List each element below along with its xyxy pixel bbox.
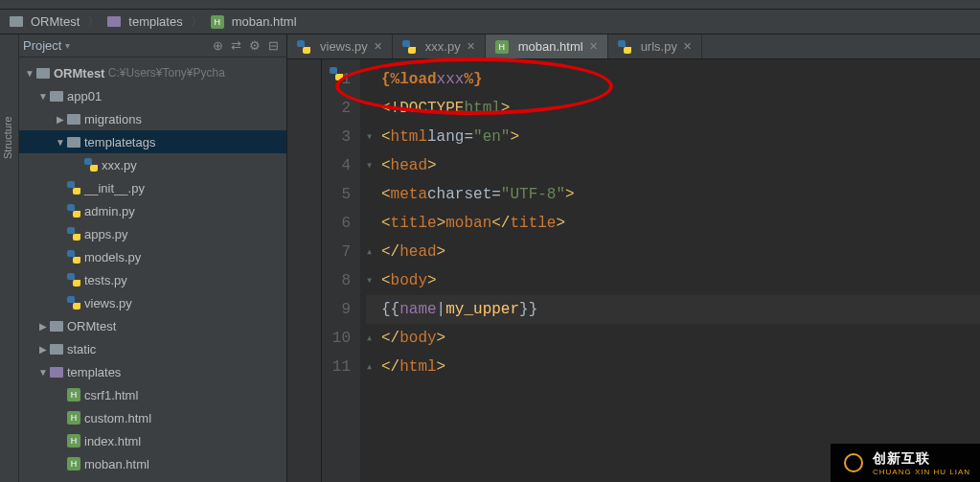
tree-item[interactable]: models.py bbox=[19, 245, 286, 268]
py-icon bbox=[67, 227, 80, 241]
code-line[interactable]: <!DOCTYPE html> bbox=[366, 94, 980, 123]
close-icon[interactable]: ✕ bbox=[374, 40, 382, 53]
rail-structure[interactable]: Structure bbox=[2, 116, 13, 159]
editor-tab[interactable]: moban.html✕ bbox=[486, 34, 608, 58]
html-icon bbox=[67, 457, 80, 471]
tree-label: __init__.py bbox=[84, 181, 145, 195]
token: < bbox=[381, 209, 391, 238]
dir-icon bbox=[50, 91, 63, 102]
code-line[interactable]: ▴</body> bbox=[366, 324, 980, 353]
tree-item[interactable]: admin.py bbox=[19, 199, 286, 222]
html-icon bbox=[67, 388, 80, 402]
fold-icon[interactable]: ▴ bbox=[366, 353, 377, 381]
tree-item[interactable]: tests.py bbox=[19, 268, 286, 291]
tree-item[interactable]: ▶migrations bbox=[19, 107, 286, 130]
token: > bbox=[501, 94, 511, 123]
tree-item[interactable]: ▼templates bbox=[19, 360, 286, 383]
token: | bbox=[437, 295, 446, 324]
fold-icon[interactable]: ▾ bbox=[366, 266, 377, 295]
watermark-cn: 创新互联 bbox=[873, 450, 970, 468]
tree-item[interactable]: csrf1.html bbox=[19, 383, 286, 406]
breadcrumb-item[interactable]: ORMtest bbox=[10, 14, 80, 29]
token: "en" bbox=[473, 123, 510, 151]
token: body bbox=[391, 266, 427, 295]
tree-item[interactable]: __init__.py bbox=[19, 176, 286, 199]
py-icon bbox=[618, 40, 631, 54]
sidebar-title: Project bbox=[23, 38, 61, 53]
tree-arrow[interactable]: ▼ bbox=[36, 91, 50, 102]
tree-label: ORMtest bbox=[67, 319, 116, 333]
tree-item[interactable]: ▶static bbox=[19, 337, 286, 360]
tree-item[interactable]: ▶ORMtest bbox=[19, 314, 286, 337]
gutter-ribbon bbox=[287, 59, 322, 482]
code-line[interactable]: <meta charset="UTF-8"> bbox=[366, 180, 980, 209]
tree-arrow[interactable]: ▼ bbox=[54, 137, 67, 148]
fold-icon[interactable]: ▴ bbox=[366, 238, 377, 266]
tree-arrow[interactable]: ▶ bbox=[36, 321, 50, 332]
tree-item[interactable]: index.html bbox=[19, 429, 286, 452]
html-icon bbox=[211, 15, 224, 29]
code-line[interactable]: <title>moban</title> bbox=[366, 209, 980, 238]
code-line[interactable]: ▾<html lang="en"> bbox=[366, 123, 980, 151]
dir-icon bbox=[67, 137, 80, 148]
code-line[interactable]: ▾<head> bbox=[366, 151, 980, 180]
tree-root[interactable]: ▼ ORMtest C:¥Users¥Tony¥Pycha bbox=[19, 61, 286, 84]
dir-icon bbox=[50, 344, 63, 355]
code-line[interactable]: ▴</head> bbox=[366, 238, 980, 266]
tree-item[interactable]: apps.py bbox=[19, 222, 286, 245]
fold-icon[interactable]: ▴ bbox=[366, 324, 377, 353]
dir-icon bbox=[10, 16, 23, 27]
py-icon bbox=[67, 250, 80, 264]
breadcrumb-item[interactable]: moban.html bbox=[211, 14, 297, 29]
collapse-icon[interactable]: ⊕ bbox=[213, 38, 223, 53]
code-line[interactable]: ▾<body> bbox=[366, 266, 980, 295]
tree-item[interactable]: xxx.py bbox=[19, 153, 286, 176]
tree-label: views.py bbox=[84, 296, 132, 310]
watermark-logo bbox=[840, 449, 867, 476]
fold-icon[interactable]: ▾ bbox=[366, 123, 377, 151]
token: > bbox=[437, 324, 446, 353]
token: html bbox=[464, 94, 500, 123]
tree-label: xxx.py bbox=[102, 158, 137, 172]
py-icon bbox=[67, 296, 80, 310]
tree-label: tests.py bbox=[84, 273, 127, 287]
close-icon[interactable]: ✕ bbox=[589, 40, 598, 53]
chevron-down-icon[interactable]: ▾ bbox=[65, 40, 70, 51]
editor[interactable]: 1234567891011 {% load xxx %}<!DOCTYPE ht… bbox=[287, 59, 980, 482]
tree-arrow[interactable]: ▶ bbox=[54, 114, 67, 125]
tree-arrow[interactable]: ▶ bbox=[36, 344, 50, 355]
gear-icon[interactable]: ⚙ bbox=[249, 38, 261, 53]
token: meta bbox=[391, 180, 427, 209]
breadcrumb-sep: 〉 bbox=[87, 13, 100, 31]
editor-tab[interactable]: views.py✕ bbox=[287, 34, 393, 58]
tree-arrow[interactable]: ▼ bbox=[36, 367, 50, 378]
code-area[interactable]: {% load xxx %}<!DOCTYPE html>▾<html lang… bbox=[360, 59, 980, 482]
tree-item[interactable]: moban.html bbox=[19, 452, 286, 475]
close-icon[interactable]: ✕ bbox=[683, 40, 692, 53]
token: html bbox=[399, 353, 436, 381]
token: {% bbox=[381, 65, 399, 94]
code-line[interactable]: {{ name|my_upper }} bbox=[366, 295, 980, 324]
expand-icon[interactable]: ⇄ bbox=[231, 38, 241, 53]
project-tree[interactable]: ▼ ORMtest C:¥Users¥Tony¥Pycha ▼app01▶mig… bbox=[19, 57, 286, 482]
token: "UTF-8" bbox=[501, 180, 565, 209]
tree-item[interactable]: ▼templatetags bbox=[19, 130, 286, 153]
code-line[interactable]: ▴</html> bbox=[366, 353, 980, 381]
hide-icon[interactable]: ⊟ bbox=[268, 38, 279, 53]
token: moban bbox=[445, 209, 491, 238]
tree-item[interactable]: custom.html bbox=[19, 406, 286, 429]
tree-label: models.py bbox=[84, 250, 141, 264]
token: lang= bbox=[427, 123, 473, 151]
token: DOCTYPE bbox=[399, 94, 464, 123]
code-line[interactable]: {% load xxx %} bbox=[366, 65, 980, 94]
tree-item[interactable]: ▼app01 bbox=[19, 84, 286, 107]
editor-tab[interactable]: urls.py✕ bbox=[608, 34, 702, 58]
close-icon[interactable]: ✕ bbox=[467, 40, 475, 53]
breadcrumb-item[interactable]: templates bbox=[107, 14, 182, 29]
token: title bbox=[510, 209, 556, 238]
editor-tab[interactable]: xxx.py✕ bbox=[393, 34, 486, 58]
fold-icon[interactable]: ▾ bbox=[366, 151, 377, 180]
tree-label: moban.html bbox=[84, 457, 149, 471]
tree-item[interactable]: views.py bbox=[19, 291, 286, 314]
token: xxx bbox=[437, 65, 465, 94]
